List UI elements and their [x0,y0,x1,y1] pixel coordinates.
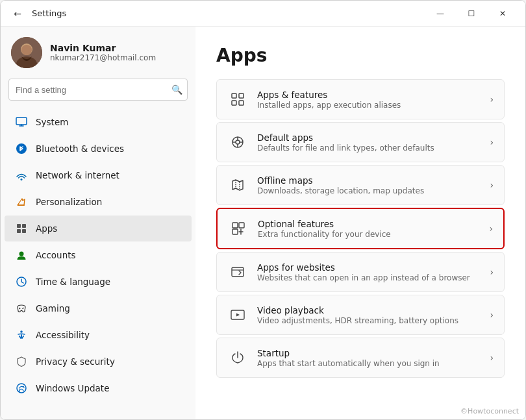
settings-window: ← Settings — ☐ ✕ [0,0,526,420]
optional-features-desc: Extra functionality for your device [258,230,480,239]
svg-rect-23 [239,93,244,98]
personalization-icon [15,195,28,208]
svg-rect-4 [16,117,27,125]
sidebar-item-privacy[interactable]: Privacy & security [5,349,192,375]
startup-chevron: › [490,352,494,363]
apps-websites-chevron: › [490,267,494,277]
settings-item-offline-maps[interactable]: Offline maps Downloads, storage location… [216,165,505,205]
time-label: Time & language [36,277,110,287]
system-icon [15,116,28,129]
sidebar-item-bluetooth[interactable]: Bluetooth & devices [5,136,192,162]
svg-rect-9 [22,224,26,228]
personalization-label: Personalization [36,197,102,207]
settings-item-apps-features[interactable]: Apps & features Installed apps, app exec… [216,79,505,119]
apps-features-desc: Installed apps, app execution aliases [257,101,481,110]
time-icon [15,275,28,288]
titlebar: ← Settings — ☐ ✕ [1,1,525,27]
offline-maps-desc: Downloads, storage location, map updates [257,186,481,195]
apps-icon [15,222,28,235]
bluetooth-icon [15,142,28,155]
sidebar-item-time[interactable]: Time & language [5,269,192,295]
svg-point-6 [21,179,23,180]
default-apps-title: Default apps [257,132,481,143]
maximize-button[interactable]: ☐ [457,3,486,24]
optional-features-title: Optional features [258,219,480,229]
sidebar-item-system[interactable]: System [5,109,192,135]
network-icon [15,169,28,182]
default-apps-desc: Defaults for file and link types, other … [257,143,481,153]
accessibility-icon [15,328,28,341]
startup-icon [227,347,248,368]
settings-list: Apps & features Installed apps, app exec… [216,79,505,378]
video-playback-desc: Video adjustments, HDR streaming, batter… [257,316,481,325]
main-content: Navin Kumar nkumar2171@hotmail.com 🔍 [1,27,525,419]
apps-label: Apps [36,223,57,234]
startup-title: Startup [257,348,481,358]
watermark: ©Howtoconnect [460,407,519,415]
avatar [11,37,42,68]
apps-features-text: Apps & features Installed apps, app exec… [257,90,481,110]
update-icon [15,382,28,395]
offline-maps-chevron: › [490,180,494,190]
sidebar-item-accessibility[interactable]: Accessibility [5,322,192,348]
svg-rect-10 [17,229,21,233]
video-playback-title: Video playback [257,305,481,315]
svg-point-12 [19,252,24,256]
svg-point-17 [22,308,23,310]
gaming-icon [15,302,28,315]
svg-rect-32 [232,223,238,228]
sidebar-item-accounts[interactable]: Accounts [5,242,192,268]
sidebar-item-gaming[interactable]: Gaming [5,295,192,321]
settings-item-default-apps[interactable]: Default apps Defaults for file and link … [216,122,505,162]
sidebar-item-network[interactable]: Network & internet [5,162,192,188]
accessibility-label: Accessibility [36,330,90,340]
sidebar-item-apps[interactable]: Apps [5,216,192,241]
back-button[interactable]: ← [8,5,27,23]
system-label: System [36,117,68,127]
accounts-icon [15,249,28,262]
search-box: 🔍 [8,79,188,101]
settings-item-optional-features[interactable]: Optional features Extra functionality fo… [216,208,505,249]
sidebar-item-update[interactable]: Windows Update [5,375,192,401]
avatar-image [11,37,42,68]
default-apps-text: Default apps Defaults for file and link … [257,132,481,153]
svg-point-3 [21,45,32,55]
offline-maps-title: Offline maps [257,175,481,186]
profile-section: Navin Kumar nkumar2171@hotmail.com [1,27,195,76]
privacy-label: Privacy & security [36,356,115,367]
apps-features-icon [227,89,248,110]
svg-rect-25 [239,101,244,105]
svg-point-5 [16,143,27,154]
svg-rect-8 [17,224,21,228]
search-input[interactable] [8,79,188,101]
privacy-icon [15,355,28,368]
settings-item-video-playback[interactable]: Video playback Video adjustments, HDR st… [216,295,505,335]
svg-rect-11 [22,229,26,233]
network-label: Network & internet [36,170,119,180]
sidebar-item-personalization[interactable]: Personalization [5,189,192,215]
startup-desc: Apps that start automatically when you s… [257,359,481,368]
close-button[interactable]: ✕ [488,3,518,24]
sidebar: Navin Kumar nkumar2171@hotmail.com 🔍 [1,27,195,419]
sidebar-nav: System Bluetooth & devices [1,108,195,402]
video-playback-chevron: › [490,310,494,320]
profile-name: Navin Kumar [50,43,156,53]
profile-email: nkumar2171@hotmail.com [50,53,156,62]
default-apps-chevron: › [490,137,494,147]
optional-features-chevron: › [489,223,493,234]
apps-features-title: Apps & features [257,90,481,100]
accounts-label: Accounts [36,250,76,260]
video-playback-text: Video playback Video adjustments, HDR st… [257,305,481,325]
svg-rect-22 [232,93,236,98]
settings-item-apps-websites[interactable]: Apps for websites Websites that can open… [216,252,505,292]
profile-info: Navin Kumar nkumar2171@hotmail.com [50,43,156,62]
apps-websites-text: Apps for websites Websites that can open… [257,262,481,282]
minimize-button[interactable]: — [425,3,455,24]
optional-features-icon [228,218,249,239]
offline-maps-text: Offline maps Downloads, storage location… [257,175,481,195]
optional-features-text: Optional features Extra functionality fo… [258,219,480,239]
video-playback-icon [227,304,248,325]
search-icon: 🔍 [171,84,182,95]
svg-rect-35 [232,267,244,277]
settings-item-startup[interactable]: Startup Apps that start automatically wh… [216,338,505,378]
